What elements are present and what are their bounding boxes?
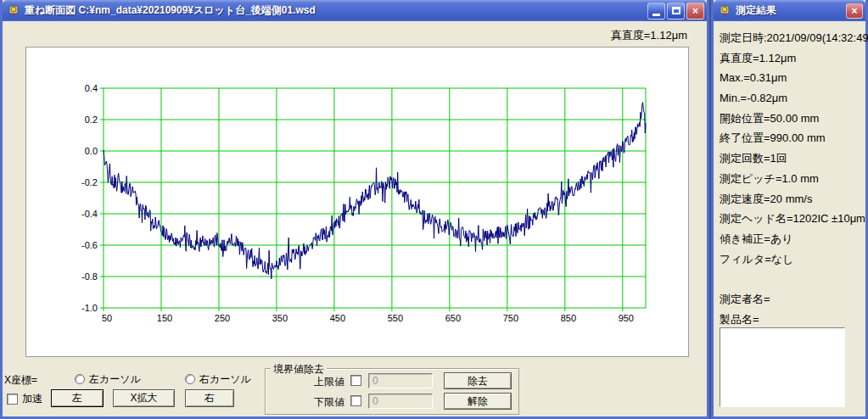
result-line: 終了位置=990.00 mm (720, 128, 865, 148)
close-icon: × (692, 5, 698, 17)
upper-limit-input[interactable]: 0 (368, 373, 433, 388)
move-right-button[interactable]: 右 (185, 389, 234, 407)
svg-text:0.2: 0.2 (85, 115, 98, 125)
panel-close-icon: × (851, 5, 857, 17)
svg-text:-0.6: -0.6 (81, 240, 98, 250)
svg-text:650: 650 (445, 313, 461, 323)
upper-limit-checkbox[interactable] (350, 375, 361, 386)
left-cursor-radio-circle[interactable] (75, 374, 85, 384)
svg-text:750: 750 (503, 313, 518, 323)
app-icon (7, 4, 20, 18)
accel-checkbox[interactable]: 加速 (7, 392, 42, 406)
result-line: 測定ヘッド名=1202IC ±10μm (720, 209, 865, 229)
lower-limit-input[interactable]: 0 (368, 394, 433, 409)
result-line: 開始位置=50.00 mm (720, 109, 865, 129)
chart-area[interactable]: 501502503504505506507508509500.40.20.0-0… (25, 47, 689, 357)
result-line: 測定日時:2021/09/09(14:32:49) (720, 28, 865, 48)
svg-text:850: 850 (561, 313, 576, 323)
result-panel: 測定結果 × 測定日時:2021/09/09(14:32:49) 真直度=1.1… (711, 0, 868, 419)
svg-text:350: 350 (272, 313, 288, 323)
boundary-removal-group: 境界値除去 上限値 0 除去 下限値 0 解除 (265, 368, 519, 415)
main-titlebar[interactable]: 重ね断面図 C:¥nm_data¥20210909¥スロット台_後端側01.ws… (3, 0, 707, 21)
maximize-icon (672, 7, 680, 14)
maximize-button[interactable] (667, 3, 685, 20)
minimize-icon (652, 14, 660, 16)
svg-text:250: 250 (215, 313, 230, 323)
accel-checkbox-box[interactable] (7, 394, 18, 405)
result-line: Min.=-0.82μm (720, 88, 865, 109)
chart-svg: 501502503504505506507508509500.40.20.0-0… (26, 47, 688, 356)
close-button[interactable]: × (686, 3, 704, 20)
right-cursor-radio[interactable]: 右カーソル (185, 372, 251, 387)
svg-text:-0.4: -0.4 (81, 209, 98, 219)
operator-name-line: 測定者名= (720, 289, 865, 310)
svg-text:0.0: 0.0 (85, 146, 98, 156)
result-line: 測定速度=20 mm/s (720, 189, 865, 210)
result-line: 測定回数=1回 (720, 148, 865, 169)
right-cursor-radio-circle[interactable] (185, 374, 195, 384)
move-left-button[interactable]: 左 (51, 389, 104, 407)
result-line: Max.=0.31μm (720, 68, 865, 88)
svg-text:950: 950 (619, 313, 634, 323)
window-title: 重ね断面図 C:¥nm_data¥20210909¥スロット台_後端側01.ws… (25, 3, 647, 18)
x-coord-label: X座標= (4, 373, 37, 388)
remove-button[interactable]: 除去 (444, 372, 512, 389)
svg-text:-1.0: -1.0 (81, 303, 98, 313)
panel-close-button[interactable]: × (846, 3, 863, 19)
panel-titlebar[interactable]: 測定結果 × (714, 0, 865, 21)
svg-text:-0.2: -0.2 (81, 177, 98, 187)
svg-text:-0.8: -0.8 (81, 271, 98, 282)
svg-text:150: 150 (157, 313, 172, 323)
notes-box[interactable] (720, 327, 845, 407)
panel-title: 測定結果 (736, 3, 846, 18)
straightness-value: 真直度=1.12μm (611, 28, 687, 43)
result-lines: 測定日時:2021/09/09(14:32:49) 真直度=1.12μm Max… (714, 21, 865, 330)
lower-limit-label: 下限値 (314, 395, 344, 410)
app-icon-small (718, 4, 731, 18)
result-line: フィルタ=なし (720, 249, 865, 270)
minimize-button[interactable] (647, 3, 665, 20)
result-line: 測定ピッチ=1.0 mm (720, 169, 865, 189)
main-window: 重ね断面図 C:¥nm_data¥20210909¥スロット台_後端側01.ws… (0, 0, 709, 419)
release-button[interactable]: 解除 (444, 393, 512, 410)
left-cursor-radio[interactable]: 左カーソル (75, 372, 141, 387)
result-line: 真直度=1.12μm (720, 48, 865, 69)
lower-limit-checkbox[interactable] (350, 395, 361, 406)
upper-limit-label: 上限値 (314, 375, 344, 389)
svg-text:450: 450 (330, 313, 345, 323)
result-line: 傾き補正=あり (720, 229, 865, 249)
svg-text:0.4: 0.4 (85, 83, 98, 93)
svg-text:550: 550 (388, 313, 403, 323)
x-zoom-button[interactable]: X拡大 (113, 389, 175, 407)
svg-text:50: 50 (102, 313, 112, 323)
